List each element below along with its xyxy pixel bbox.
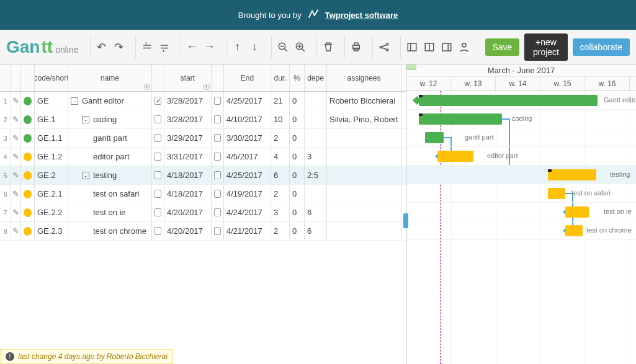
task-start[interactable]: 4/18/2017	[164, 166, 212, 184]
splitter-tab[interactable]	[406, 64, 416, 70]
task-dependencies[interactable]: 6	[305, 203, 327, 221]
status-dot[interactable]	[21, 166, 35, 184]
redo-icon[interactable]: ↷	[112, 40, 127, 55]
task-duration[interactable]: 4	[271, 148, 290, 166]
milestone-start-checkbox[interactable]	[152, 129, 164, 147]
task-progress[interactable]: 0	[290, 203, 305, 221]
edit-icon[interactable]: ✎	[11, 129, 21, 147]
task-dependencies[interactable]: 3	[305, 148, 327, 166]
task-assignees[interactable]	[327, 129, 401, 147]
task-name[interactable]: gantt part	[68, 129, 152, 147]
gantt-bar[interactable]	[425, 132, 444, 143]
task-dependencies[interactable]	[305, 110, 327, 128]
task-dependencies[interactable]: 6	[305, 222, 327, 240]
milestone-start-checkbox[interactable]	[152, 222, 164, 240]
edit-icon[interactable]: ✎	[11, 148, 21, 166]
milestone-end-checkbox[interactable]	[212, 203, 224, 221]
milestone-start-checkbox[interactable]	[152, 185, 164, 203]
expander-icon[interactable]: -	[82, 172, 89, 179]
insert-below-icon[interactable]	[157, 40, 172, 55]
gantt-bar[interactable]	[437, 151, 473, 162]
move-down-icon[interactable]: ↓	[248, 40, 262, 55]
col-ass[interactable]: assignees	[327, 64, 401, 91]
gantt-bar[interactable]	[548, 169, 596, 180]
task-start[interactable]: 4/20/2017	[164, 203, 212, 221]
milestone-start-checkbox[interactable]	[152, 203, 164, 221]
status-dot[interactable]	[21, 148, 35, 166]
task-progress[interactable]: 0	[290, 110, 305, 128]
milestone-end-checkbox[interactable]	[212, 110, 224, 128]
task-end[interactable]: 3/30/2017	[224, 129, 271, 147]
milestone-end-checkbox[interactable]	[212, 92, 224, 110]
task-assignees[interactable]: Silvia, Pino, Robert	[327, 110, 401, 128]
task-row[interactable]: 2✎GE.1-coding3/28/20174/10/2017100Silvia…	[0, 110, 406, 129]
task-row[interactable]: 5✎GE.2-testing4/18/20174/25/2017602:5	[0, 166, 406, 185]
task-duration[interactable]: 2	[271, 185, 290, 203]
task-row[interactable]: 7✎GE.2.2test on ie4/20/20174/24/2017306	[0, 203, 406, 222]
split-both-icon[interactable]	[422, 40, 437, 55]
task-start[interactable]: 4/18/2017	[164, 185, 212, 203]
task-end[interactable]: 4/25/2017	[224, 166, 271, 184]
task-duration[interactable]: 10	[271, 110, 290, 128]
task-name[interactable]: test on ie	[68, 203, 152, 221]
delete-icon[interactable]	[321, 40, 336, 55]
undo-icon[interactable]: ↶	[94, 40, 109, 55]
col-name[interactable]: name▾	[68, 64, 152, 91]
critical-path-icon[interactable]	[377, 40, 392, 55]
task-dependencies[interactable]	[305, 92, 327, 110]
task-dependencies[interactable]: 2:5	[305, 166, 327, 184]
edit-icon[interactable]: ✎	[11, 92, 21, 110]
milestone-end-checkbox[interactable]	[212, 129, 224, 147]
task-duration[interactable]: 2	[271, 222, 290, 240]
task-progress[interactable]: 0	[290, 185, 305, 203]
task-name[interactable]: -coding	[68, 110, 152, 128]
milestone-start-checkbox[interactable]	[152, 166, 164, 184]
task-row[interactable]: 1✎GE-Gantt editor✓3/28/20174/25/2017210R…	[0, 92, 406, 110]
task-end[interactable]: 4/24/2017	[224, 203, 271, 221]
col-dur[interactable]: dur.	[271, 64, 290, 91]
status-dot[interactable]	[21, 185, 35, 203]
task-assignees[interactable]	[327, 148, 401, 166]
gantt-bar[interactable]	[419, 95, 598, 106]
task-progress[interactable]: 0	[290, 148, 305, 166]
col-code[interactable]: code/short	[35, 64, 68, 91]
new-project-button[interactable]: +new project	[524, 33, 567, 61]
collaborate-button[interactable]: collaborate	[573, 38, 630, 56]
task-start[interactable]: 3/28/2017	[164, 92, 212, 110]
task-assignees[interactable]	[327, 203, 401, 221]
edit-icon[interactable]: ✎	[11, 110, 21, 128]
edit-icon[interactable]: ✎	[11, 222, 21, 240]
task-row[interactable]: 3✎GE.1.1gantt part3/29/20173/30/201720	[0, 129, 406, 148]
resources-icon[interactable]	[457, 40, 472, 55]
task-dependencies[interactable]	[305, 129, 327, 147]
status-dot[interactable]	[21, 110, 35, 128]
milestone-end-checkbox[interactable]	[212, 166, 224, 184]
expander-icon[interactable]: -	[71, 97, 78, 105]
task-end[interactable]: 4/21/2017	[224, 222, 271, 240]
expander-icon[interactable]: -	[82, 116, 89, 123]
task-progress[interactable]: 0	[290, 92, 305, 110]
status-dot[interactable]	[21, 92, 35, 110]
task-progress[interactable]: 0	[290, 166, 305, 184]
task-end[interactable]: 4/19/2017	[224, 185, 271, 203]
milestone-start-checkbox[interactable]: ✓	[152, 92, 164, 110]
splitter-handle[interactable]	[403, 213, 408, 228]
task-end[interactable]: 4/25/2017	[224, 92, 271, 110]
task-duration[interactable]: 6	[271, 166, 290, 184]
milestone-end-checkbox[interactable]	[212, 222, 224, 240]
milestone-end-checkbox[interactable]	[212, 148, 224, 166]
task-end[interactable]: 4/5/2017	[224, 148, 271, 166]
edit-icon[interactable]: ✎	[11, 166, 21, 184]
col-prog[interactable]: %	[290, 64, 305, 91]
task-row[interactable]: 4✎GE.1.2editor part3/31/20174/5/2017403	[0, 148, 406, 166]
task-row[interactable]: 8✎GE.2.3test on chrome4/20/20174/21/2017…	[0, 222, 406, 241]
gantt-bar[interactable]	[565, 225, 583, 236]
save-button[interactable]: Save	[485, 38, 520, 56]
task-row[interactable]: 6✎GE.2.1test on safari4/18/20174/19/2017…	[0, 185, 406, 203]
status-dot[interactable]	[21, 129, 35, 147]
task-start[interactable]: 4/20/2017	[164, 222, 212, 240]
task-name[interactable]: test on chrome	[68, 222, 152, 240]
task-name[interactable]: test on safari	[68, 185, 152, 203]
task-assignees[interactable]	[327, 166, 401, 184]
gantt-bar[interactable]	[419, 113, 502, 125]
